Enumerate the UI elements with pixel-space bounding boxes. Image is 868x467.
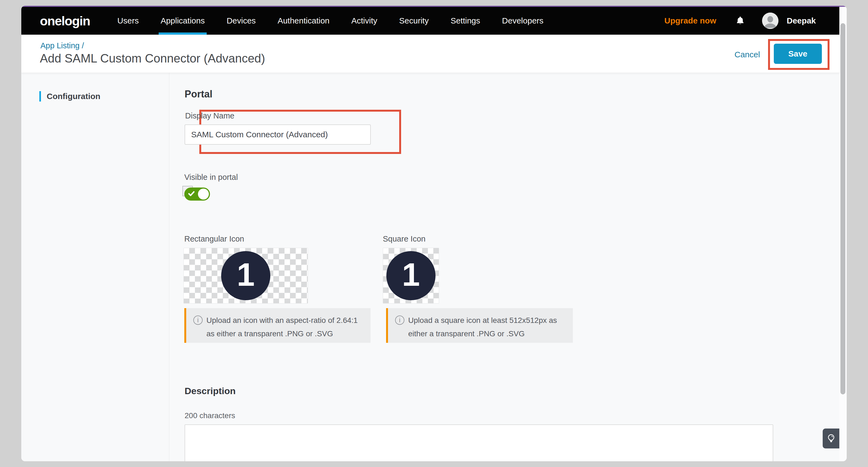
check-icon [188, 191, 195, 196]
description-textarea[interactable] [185, 425, 773, 461]
top-navbar: onelogin Users Applications Devices Auth… [21, 7, 839, 35]
square-icon-preview[interactable]: 1 [383, 248, 439, 304]
info-icon: i [395, 315, 404, 325]
sidebar-item-configuration[interactable]: Configuration [39, 91, 100, 101]
nav-item-devices[interactable]: Devices [227, 7, 256, 35]
nav-item-developers[interactable]: Developers [502, 7, 544, 35]
nav-item-users[interactable]: Users [117, 7, 139, 35]
help-lightbulb-button[interactable] [823, 429, 839, 448]
nav-item-authentication[interactable]: Authentication [278, 7, 330, 35]
badge-number: 1 [402, 256, 420, 295]
page-header: App Listing / Add SAML Custom Connector … [21, 35, 839, 73]
nav-item-activity[interactable]: Activity [351, 7, 377, 35]
nav-right-group: Upgrade now Deepak [664, 12, 816, 29]
nav-item-settings[interactable]: Settings [451, 7, 480, 35]
toggle-track [184, 188, 210, 200]
display-name-input[interactable] [185, 124, 371, 145]
square-icon-info-text: Upload a square icon at least 512x512px … [408, 314, 566, 343]
toggle-knob [198, 189, 209, 199]
save-button[interactable]: Save [774, 44, 822, 64]
rectangular-icon-label: Rectangular Icon [184, 235, 244, 244]
active-marker [39, 91, 41, 101]
square-icon-label: Square Icon [383, 235, 425, 244]
info-icon: i [193, 315, 203, 325]
lightbulb-icon [826, 433, 837, 445]
visible-in-portal-toggle[interactable] [184, 188, 210, 200]
sidebar-item-label: Configuration [47, 92, 100, 101]
nav-item-security[interactable]: Security [399, 7, 429, 35]
page-body: Configuration Portal Display Name Visibl… [21, 73, 839, 461]
onelogin-badge-icon: 1 [221, 251, 270, 300]
nav-item-applications[interactable]: Applications [160, 7, 205, 35]
description-section-title: Description [185, 386, 236, 396]
window-scrollbar[interactable] [839, 7, 847, 461]
app-window: onelogin Users Applications Devices Auth… [21, 6, 847, 461]
rectangular-icon-preview[interactable]: 1 [184, 248, 308, 304]
nav-items: Users Applications Devices Authenticatio… [117, 7, 544, 35]
character-limit-label: 200 characters [185, 411, 235, 420]
rectangular-icon-info: i Upload an icon with an aspect-ratio of… [184, 308, 371, 343]
page-title: Add SAML Custom Connector (Advanced) [40, 52, 265, 65]
user-avatar[interactable] [762, 12, 778, 29]
user-name[interactable]: Deepak [787, 16, 816, 25]
notification-bell-icon[interactable] [735, 15, 745, 26]
badge-number: 1 [237, 256, 255, 295]
rectangular-icon-info-text: Upload an icon with an aspect-ratio of 2… [207, 314, 364, 343]
scrollbar-thumb[interactable] [840, 23, 845, 395]
breadcrumb[interactable]: App Listing / [40, 41, 84, 50]
visible-in-portal-label: Visible in portal [184, 173, 238, 182]
onelogin-logo: onelogin [40, 13, 90, 28]
cancel-button[interactable]: Cancel [735, 50, 760, 59]
upgrade-now-link[interactable]: Upgrade now [664, 16, 716, 25]
display-name-label: Display Name [185, 112, 235, 120]
square-icon-info: i Upload a square icon at least 512x512p… [386, 308, 573, 343]
onelogin-badge-icon: 1 [386, 251, 435, 300]
portal-section-title: Portal [185, 88, 212, 100]
